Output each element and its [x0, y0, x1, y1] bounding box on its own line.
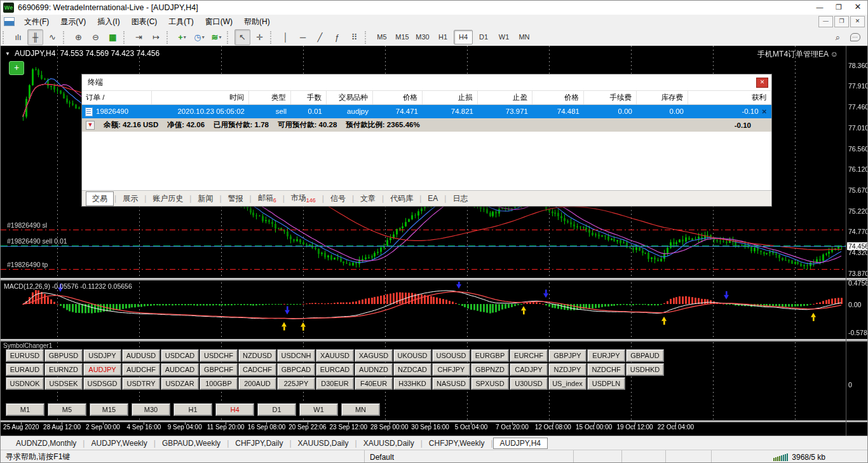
new-order-icon[interactable]: +▾ — [174, 29, 190, 45]
shapes-grid-icon[interactable]: ⠿ — [346, 29, 362, 45]
minimize-button[interactable]: — — [810, 1, 829, 15]
terminal-column-header[interactable]: 手数 — [291, 91, 327, 104]
menu-item[interactable]: 显示(V) — [55, 15, 92, 29]
symbol-button[interactable]: GBPUSD — [44, 349, 83, 362]
price-axis[interactable]: 78.36077.91077.46077.01076.56076.12075.6… — [846, 46, 868, 436]
symbol-changer-timeframe-button[interactable]: W1 — [299, 403, 338, 416]
child-restore-button[interactable]: ❐ — [834, 16, 849, 27]
symbol-button[interactable]: USDZAR — [161, 377, 199, 390]
status-profile[interactable]: Default — [364, 450, 573, 463]
symbol-button[interactable]: EURCAD — [316, 363, 354, 376]
chart-tab[interactable]: GBPAUD,Weekly — [156, 438, 227, 448]
symbol-button[interactable]: SPXUSD — [471, 377, 509, 390]
symbol-button[interactable]: U30USD — [510, 377, 548, 390]
symbol-button[interactable]: USDHKD — [626, 363, 664, 376]
symbol-button[interactable]: NZDUSD — [238, 349, 276, 362]
chart-tab[interactable]: CHFJPY,Weekly — [423, 438, 491, 448]
terminal-tab-警报[interactable]: 警报 — [222, 192, 249, 205]
symbol-button[interactable]: 225JPY — [277, 377, 315, 390]
symbol-button[interactable]: 200AUD — [238, 377, 276, 390]
terminal-tab-新闻[interactable]: 新闻 — [192, 192, 219, 205]
terminal-close-button[interactable]: ✕ — [756, 78, 768, 88]
symbol-changer-timeframe-button[interactable]: M1 — [6, 403, 44, 416]
symbol-changer-timeframe-button[interactable]: M30 — [132, 403, 170, 416]
symbol-button[interactable]: F40EUR — [355, 377, 393, 390]
menu-item[interactable]: 文件(F) — [18, 15, 55, 29]
symbol-button[interactable]: AUDJPY — [83, 363, 121, 376]
chart-tab[interactable]: CHFJPY,Daily — [229, 438, 289, 448]
symbol-button[interactable]: AUDCAD — [161, 363, 199, 376]
symbol-button[interactable]: USDPLN — [587, 377, 625, 390]
chart-candles-icon[interactable]: ╫ — [27, 29, 43, 45]
chart-tab[interactable]: XAUUSD,Daily — [357, 438, 421, 448]
symbol-button[interactable]: EURUSD — [6, 349, 44, 362]
symbol-button[interactable]: EURJPY — [587, 349, 625, 362]
symbolchanger-panel-separator[interactable] — [1, 339, 868, 342]
timeframe-button[interactable]: H4 — [454, 30, 473, 45]
symbol-button[interactable]: AUDNZD — [355, 363, 393, 376]
symbol-button[interactable]: USDJPY — [83, 349, 121, 362]
symbol-changer-timeframe-button[interactable]: H4 — [215, 403, 254, 416]
chart-tab[interactable]: AUDNZD,Monthly — [10, 438, 83, 448]
terminal-column-header[interactable]: 价格 — [532, 91, 584, 104]
symbol-button[interactable]: US_index — [548, 377, 587, 390]
chart-bars-icon[interactable]: ılı — [10, 29, 26, 45]
menu-item[interactable]: 工具(T) — [163, 15, 199, 29]
toolbar-grip[interactable] — [3, 31, 7, 44]
symbol-button[interactable]: EURAUD — [6, 363, 44, 376]
symbol-button[interactable]: 100GBP — [200, 377, 238, 390]
menu-item[interactable]: 图表(C) — [126, 15, 163, 29]
fibonacci-icon[interactable]: ƒ — [329, 29, 345, 45]
symbol-button[interactable]: CADJPY — [510, 363, 548, 376]
terminal-column-header[interactable]: 获利 — [688, 91, 771, 104]
chart-shift-icon[interactable]: ⇥ — [131, 29, 147, 45]
terminal-tab-信号[interactable]: 信号 — [325, 192, 351, 205]
order-close-icon[interactable]: ✕ — [762, 108, 767, 115]
chat-icon[interactable]: … — [847, 29, 863, 45]
symbol-changer-timeframe-button[interactable]: M5 — [48, 403, 86, 416]
one-click-trading-button[interactable]: + — [9, 61, 24, 75]
terminal-tab-账户历史[interactable]: 账户历史 — [147, 192, 189, 205]
menu-item[interactable]: 插入(I) — [92, 15, 125, 29]
chart-tab[interactable]: AUDJPY,H4 — [493, 438, 548, 449]
terminal-tab-日志[interactable]: 日志 — [447, 192, 473, 205]
symbol-changer-timeframe-button[interactable]: H1 — [173, 403, 212, 416]
timeframe-button[interactable]: MN — [515, 30, 534, 45]
zoom-in-icon[interactable]: ⊕ — [71, 29, 86, 45]
chart-line-icon[interactable]: ∿ — [44, 29, 60, 45]
terminal-tab-文章[interactable]: 文章 — [355, 192, 381, 205]
search-icon[interactable]: ⌕ — [830, 29, 846, 45]
order-line-label[interactable]: #19826490 sl — [7, 221, 47, 229]
symbol-button[interactable]: USDTRY — [122, 377, 160, 390]
order-line-label[interactable]: #19826490 sell 0.01 — [7, 237, 67, 245]
terminal-column-header[interactable]: 止盈 — [478, 91, 532, 104]
terminal-column-header[interactable]: 价格 — [373, 91, 423, 104]
symbol-changer-timeframe-button[interactable]: MN — [341, 403, 380, 416]
trendline-icon[interactable]: ╱ — [312, 29, 328, 45]
vertical-line-icon[interactable]: │ — [278, 29, 294, 45]
restore-button[interactable]: ❐ — [829, 1, 848, 15]
symbol-button[interactable]: EURNZD — [44, 363, 83, 376]
timeframe-button[interactable]: M15 — [393, 30, 412, 45]
cursor-icon[interactable]: ↖ — [234, 29, 250, 45]
symbol-button[interactable]: GBPAUD — [626, 349, 664, 362]
symbol-changer-timeframe-button[interactable]: D1 — [257, 403, 296, 416]
terminal-column-header[interactable]: 类型 — [249, 91, 291, 104]
symbol-button[interactable]: XAUUSD — [316, 349, 354, 362]
terminal-column-header[interactable]: 手续费 — [584, 91, 637, 104]
terminal-column-header[interactable]: 库存费 — [637, 91, 688, 104]
symbol-button[interactable]: D30EUR — [316, 377, 354, 390]
terminal-column-header[interactable]: 订单 / — [82, 91, 152, 104]
auto-scroll-icon[interactable]: ↦ — [148, 29, 164, 45]
timeframe-button[interactable]: M30 — [413, 30, 432, 45]
symbol-button[interactable]: EURGBP — [471, 349, 509, 362]
period-clock-icon[interactable]: ◷▾ — [191, 29, 207, 45]
symbol-button[interactable]: USDSGD — [83, 377, 121, 390]
symbol-button[interactable]: NZDCHF — [587, 363, 625, 376]
chart-tab[interactable]: AUDJPY,Weekly — [85, 438, 153, 448]
terminal-tab-邮箱[interactable]: 邮箱6 — [252, 191, 282, 205]
symbol-button[interactable]: NZDJPY — [548, 363, 587, 376]
symbol-button[interactable]: UKOUSD — [393, 349, 431, 362]
crosshair-icon[interactable]: ✛ — [252, 29, 268, 45]
symbol-button[interactable]: CHFJPY — [432, 363, 470, 376]
